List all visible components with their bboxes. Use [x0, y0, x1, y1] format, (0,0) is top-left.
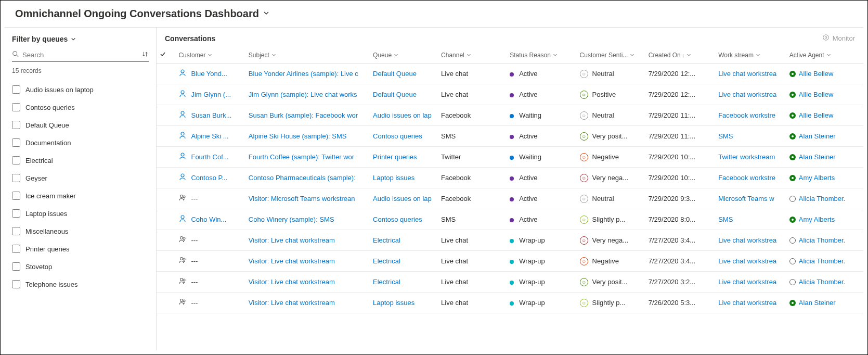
- customer-name[interactable]: Contoso P...: [191, 174, 227, 182]
- row-select-cell[interactable]: [157, 209, 175, 230]
- queue-item[interactable]: Geyser: [12, 169, 156, 187]
- queue-item[interactable]: Miscellaneous: [12, 222, 156, 240]
- queue-checkbox[interactable]: [12, 156, 20, 164]
- agent-link[interactable]: Alicia Thomber.: [799, 236, 845, 244]
- row-select-cell[interactable]: [157, 84, 175, 105]
- queue-link[interactable]: Electrical: [373, 257, 400, 265]
- queue-item[interactable]: Ice cream maker: [12, 187, 156, 205]
- queue-checkbox[interactable]: [12, 192, 20, 200]
- workstream-link[interactable]: SMS: [718, 215, 733, 223]
- workstream-link[interactable]: Microsoft Teams w: [718, 195, 774, 202]
- queue-item[interactable]: Telephone issues: [12, 275, 156, 293]
- queue-link[interactable]: Audio issues on lap: [373, 111, 432, 119]
- agent-link[interactable]: Amy Alberts: [799, 174, 835, 182]
- queue-checkbox[interactable]: [12, 121, 20, 129]
- column-header[interactable]: Active Agent: [786, 47, 863, 64]
- row-select-cell[interactable]: [157, 64, 175, 84]
- customer-name[interactable]: Alpine Ski ...: [191, 132, 228, 140]
- subject-link[interactable]: Visitor: Live chat workstream: [249, 278, 335, 286]
- queue-checkbox[interactable]: [12, 262, 20, 271]
- queue-item[interactable]: Default Queue: [12, 116, 156, 134]
- subject-link[interactable]: Jim Glynn (sample): Live chat works: [249, 91, 357, 98]
- row-select-cell[interactable]: [157, 188, 175, 209]
- customer-name[interactable]: Susan Burk...: [191, 111, 231, 119]
- table-row[interactable]: ---Visitor: Live chat workstreamElectric…: [157, 230, 863, 251]
- row-select-cell[interactable]: [157, 126, 175, 147]
- agent-link[interactable]: Allie Bellew: [799, 91, 833, 98]
- row-select-cell[interactable]: [157, 147, 175, 168]
- column-header[interactable]: Status Reason: [507, 47, 576, 64]
- select-all-header[interactable]: [157, 47, 175, 64]
- customer-name[interactable]: Fourth Cof...: [191, 153, 228, 161]
- queue-checkbox[interactable]: [12, 138, 20, 147]
- table-row[interactable]: Fourth Cof...Fourth Coffee (sample): Twi…: [157, 147, 863, 168]
- queue-checkbox[interactable]: [12, 103, 20, 111]
- queue-link[interactable]: Audio issues on lap: [373, 195, 432, 202]
- table-row[interactable]: ---Visitor: Live chat workstreamLaptop i…: [157, 293, 863, 313]
- table-row[interactable]: ---Visitor: Live chat workstreamElectric…: [157, 251, 863, 272]
- row-select-cell[interactable]: [157, 230, 175, 251]
- agent-link[interactable]: Allie Bellew: [799, 111, 833, 119]
- queue-link[interactable]: Laptop issues: [373, 174, 414, 182]
- column-header[interactable]: Customer: [175, 47, 245, 64]
- table-row[interactable]: ---Visitor: Microsoft Teams workstreanAu…: [157, 188, 863, 209]
- filter-header[interactable]: Filter by queues: [12, 35, 156, 43]
- workstream-link[interactable]: Facebook workstre: [718, 174, 775, 182]
- queue-checkbox[interactable]: [12, 85, 20, 94]
- customer-name[interactable]: Jim Glynn (...: [191, 91, 231, 98]
- queue-checkbox[interactable]: [12, 174, 20, 182]
- queue-link[interactable]: Electrical: [373, 236, 400, 244]
- table-row[interactable]: Alpine Ski ...Alpine Ski House (sample):…: [157, 126, 863, 147]
- queue-item[interactable]: Printer queries: [12, 240, 156, 258]
- queue-item[interactable]: Laptop issues: [12, 205, 156, 222]
- queue-checkbox[interactable]: [12, 245, 20, 253]
- row-select-cell[interactable]: [157, 293, 175, 313]
- subject-link[interactable]: Visitor: Live chat workstream: [249, 236, 335, 244]
- queue-link[interactable]: Default Queue: [373, 91, 417, 98]
- queue-checkbox[interactable]: [12, 280, 20, 288]
- workstream-link[interactable]: Live chat workstrea: [718, 70, 776, 78]
- queue-item[interactable]: Stovetop: [12, 258, 156, 275]
- agent-link[interactable]: Alicia Thomber.: [799, 195, 845, 202]
- row-select-cell[interactable]: [157, 168, 175, 188]
- subject-link[interactable]: Coho Winery (sample): SMS: [249, 215, 334, 223]
- agent-link[interactable]: Alan Steiner: [799, 299, 836, 307]
- subject-link[interactable]: Blue Yonder Airlines (sample): Live c: [249, 70, 358, 78]
- workstream-link[interactable]: Live chat workstrea: [718, 236, 776, 244]
- workstream-link[interactable]: Live chat workstrea: [718, 91, 776, 98]
- column-header[interactable]: Queue: [370, 47, 438, 64]
- agent-link[interactable]: Allie Bellew: [799, 70, 833, 78]
- subject-link[interactable]: Visitor: Microsoft Teams workstrean: [249, 195, 355, 202]
- row-select-cell[interactable]: [157, 251, 175, 272]
- agent-link[interactable]: Alan Steiner: [799, 132, 836, 140]
- subject-link[interactable]: Alpine Ski House (sample): SMS: [249, 132, 347, 140]
- queue-checkbox[interactable]: [12, 227, 20, 235]
- agent-link[interactable]: Amy Alberts: [799, 215, 835, 223]
- queue-link[interactable]: Printer queries: [373, 153, 417, 161]
- search-input[interactable]: [22, 51, 141, 59]
- column-header[interactable]: Subject: [245, 47, 370, 64]
- subject-link[interactable]: Susan Burk (sample): Facebook wor: [249, 111, 358, 119]
- subject-link[interactable]: Fourth Coffee (sample): Twitter wor: [249, 153, 354, 161]
- column-header[interactable]: Work stream: [715, 47, 786, 64]
- queue-link[interactable]: Electrical: [373, 278, 400, 286]
- queue-link[interactable]: Default Queue: [373, 70, 417, 78]
- queue-item[interactable]: Audio issues on laptop: [12, 81, 156, 98]
- column-header[interactable]: Created On↓: [645, 47, 715, 64]
- queue-item[interactable]: Contoso queries: [12, 98, 156, 116]
- workstream-link[interactable]: Live chat workstrea: [718, 257, 776, 265]
- table-row[interactable]: Jim Glynn (...Jim Glynn (sample): Live c…: [157, 84, 863, 105]
- column-header[interactable]: Channel: [438, 47, 507, 64]
- column-header[interactable]: Customer Senti...: [577, 47, 645, 64]
- workstream-link[interactable]: Live chat workstrea: [718, 278, 776, 286]
- workstream-link[interactable]: SMS: [718, 132, 733, 140]
- table-row[interactable]: ---Visitor: Live chat workstreamElectric…: [157, 272, 863, 293]
- queue-link[interactable]: Laptop issues: [373, 299, 414, 307]
- workstream-link[interactable]: Facebook workstre: [718, 111, 775, 119]
- agent-link[interactable]: Alicia Thomber.: [799, 257, 845, 265]
- agent-link[interactable]: Alan Steiner: [799, 153, 836, 161]
- chevron-down-icon[interactable]: [263, 10, 269, 18]
- queue-link[interactable]: Contoso queries: [373, 215, 422, 223]
- sort-icon[interactable]: [141, 50, 149, 59]
- table-row[interactable]: Contoso P...Contoso Pharmaceuticals (sam…: [157, 168, 863, 188]
